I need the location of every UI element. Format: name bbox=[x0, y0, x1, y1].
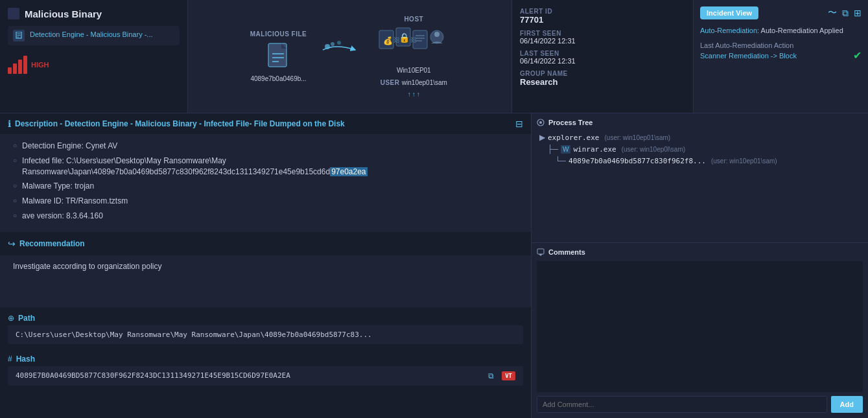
right-panel: Process Tree ▶ explorer.exe (user: win10… bbox=[532, 113, 868, 418]
viz-panel: MALICIOUS FILE 4089e7b0a0469b... bbox=[188, 0, 511, 113]
process-tree: ▶ explorer.exe (user: win10ep01\sam) ├─ … bbox=[537, 132, 863, 167]
process-section: Process Tree ▶ explorer.exe (user: win10… bbox=[532, 113, 868, 243]
alert-id-row: ALERT ID 77701 bbox=[520, 8, 685, 25]
vt-badge[interactable]: VT bbox=[502, 371, 515, 380]
add-comment-button[interactable]: Add bbox=[831, 396, 863, 413]
path-section: ⊕ Path C:\Users\user\Desktop\May Ransomw… bbox=[0, 308, 531, 349]
svg-point-26 bbox=[539, 121, 542, 124]
viz-nodes: MALICIOUS FILE 4089e7b0a0469b... bbox=[250, 16, 450, 98]
arrow-2: ↑ bbox=[412, 91, 416, 98]
connector-group bbox=[320, 40, 365, 60]
arrow-icon: ↪ bbox=[8, 238, 16, 249]
svg-marker-28 bbox=[539, 254, 543, 256]
user-name: win10ep01\sam bbox=[402, 79, 447, 86]
severity-label: HIGH bbox=[31, 61, 49, 69]
arrow-svg bbox=[320, 40, 365, 60]
info-icon: ℹ bbox=[8, 119, 11, 129]
alert-id-value: 77701 bbox=[520, 15, 685, 25]
host-name: Win10EP01 bbox=[397, 67, 431, 74]
description-title: Description - Detection Engine - Malicio… bbox=[15, 119, 345, 128]
recommendation-title: Recommendation bbox=[19, 239, 85, 248]
path-value: C:\Users\user\Desktop\May Ransomware\May… bbox=[16, 331, 372, 339]
host-files: 💰 🔒 ⛓ ⛓ bbox=[378, 25, 449, 64]
process-item-1: ├─ W winrar.exe (user: win10ep0l\sam) bbox=[547, 143, 863, 155]
bullet-4: ○ bbox=[13, 212, 17, 219]
sub-item-label: Detection Engine - Malicious Binary -... bbox=[30, 30, 153, 40]
copy-icon[interactable]: ⧉ bbox=[842, 8, 849, 19]
sub-item[interactable]: Detection Engine - Malicious Binary -... bbox=[8, 26, 180, 45]
group-name-value: Research bbox=[520, 77, 685, 87]
description-header: ℹ Description - Detection Engine - Malic… bbox=[0, 113, 531, 134]
svg-rect-0 bbox=[16, 32, 21, 38]
process-user-1: (user: win10ep0l\sam) bbox=[622, 146, 685, 153]
grid-icon[interactable]: ⊞ bbox=[854, 8, 862, 18]
main-content: ℹ Description - Detection Engine - Malic… bbox=[0, 113, 868, 418]
svg-point-11 bbox=[331, 42, 334, 46]
arrow-3: ↑ bbox=[417, 91, 420, 98]
malicious-file-hash: 4089e7b0a0469b... bbox=[250, 75, 306, 82]
severity-graphic bbox=[8, 56, 27, 74]
comment-input[interactable] bbox=[537, 396, 827, 413]
title-row: Malicious Binary bbox=[8, 8, 180, 19]
incident-header: Incident View 〜 ⧉ ⊞ bbox=[700, 6, 862, 19]
svg-rect-27 bbox=[537, 249, 544, 254]
svg-text:⛓: ⛓ bbox=[393, 36, 400, 43]
svg-point-10 bbox=[325, 44, 330, 49]
hash-actions: ⧉ VT bbox=[483, 371, 515, 380]
process-tree-icon bbox=[537, 119, 545, 126]
svg-text:🔒: 🔒 bbox=[399, 32, 410, 43]
malicious-file-node: MALICIOUS FILE 4089e7b0a0469b... bbox=[250, 30, 307, 82]
hash-value-box: 4089E7B0A0469BD5877C830F962F8243DC131134… bbox=[8, 366, 523, 386]
first-seen-value: 06/14/2022 12:31 bbox=[520, 37, 685, 45]
process-title: Process Tree bbox=[548, 119, 593, 126]
rec-text: Investigate according to organization po… bbox=[13, 262, 161, 271]
auto-rem-label: Auto-Remediation: Auto-Remediation Appli… bbox=[700, 27, 843, 34]
process-user-2: (user: win10ep01\sam) bbox=[711, 157, 777, 165]
description-box: ○ Detection Engine: Cynet AV ○ Infected … bbox=[0, 134, 531, 232]
hash-label: Hash bbox=[16, 354, 35, 364]
malicious-file-label: MALICIOUS FILE bbox=[250, 30, 307, 38]
folder-icon-0: ▶ bbox=[539, 133, 545, 142]
hash-icon: # bbox=[8, 354, 12, 364]
waveform-icon[interactable]: 〜 bbox=[828, 7, 837, 19]
group-name-label: GROUP NAME bbox=[520, 70, 685, 77]
incident-panel: Incident View 〜 ⧉ ⊞ Auto-Remediation: Au… bbox=[693, 0, 868, 113]
process-name-2: 4089e7b0a0469bd5877c830f962f8... bbox=[569, 157, 706, 165]
incident-view-button[interactable]: Incident View bbox=[700, 6, 758, 19]
desc-item-2: ○ Malware Type: trojan bbox=[13, 181, 518, 192]
host-label: HOST bbox=[404, 16, 423, 23]
svg-text:💰: 💰 bbox=[383, 36, 393, 45]
copy-hash-icon[interactable]: ⧉ bbox=[488, 371, 494, 380]
last-seen-label: LAST SEEN bbox=[520, 50, 685, 57]
bullet-2: ○ bbox=[13, 182, 17, 189]
arrows-row: ↑ ↑ ↑ bbox=[408, 91, 420, 98]
comments-input-row[interactable]: Add bbox=[537, 396, 863, 413]
bar-seg-3 bbox=[18, 60, 22, 74]
details-panel: ℹ Description - Detection Engine - Malic… bbox=[0, 113, 532, 418]
recommendation-header: ↪ Recommendation bbox=[0, 233, 531, 254]
process-header: Process Tree bbox=[537, 119, 863, 126]
first-seen-row: FIRST SEEN 06/14/2022 12:31 bbox=[520, 30, 685, 45]
title-square-icon bbox=[8, 8, 19, 19]
bullet-0: ○ bbox=[13, 142, 17, 149]
host-icon-svg: 💰 🔒 ⛓ ⛓ bbox=[378, 25, 449, 64]
last-action-item: Last Auto-Remediation Action Scanner Rem… bbox=[700, 41, 862, 62]
process-item-0: ▶ explorer.exe (user: win10ep01\sam) bbox=[539, 132, 863, 143]
path-label: Path bbox=[18, 314, 35, 323]
desc-item-4: ○ ave version: 8.3.64.160 bbox=[13, 211, 518, 222]
file-icon bbox=[264, 40, 293, 73]
hash-value: 4089E7B0A0469BD5877C830F962F8243DC131134… bbox=[16, 371, 290, 380]
incident-icons: 〜 ⧉ ⊞ bbox=[828, 7, 862, 19]
last-action-label: Last Auto-Remediation Action bbox=[700, 41, 862, 49]
severity-bar: HIGH bbox=[8, 56, 180, 74]
hash-section: # Hash 4089E7B0A0469BD5877C830F962F8243D… bbox=[0, 349, 531, 391]
host-cluster: HOST 💰 🔒 bbox=[378, 16, 449, 98]
comments-icon bbox=[537, 248, 545, 256]
path-icon: ⊕ bbox=[8, 314, 14, 323]
path-value-box: C:\Users\user\Desktop\May Ransomware\May… bbox=[8, 325, 523, 344]
process-user-0: (user: win10ep01\sam) bbox=[604, 134, 670, 141]
expand-icon[interactable]: ⊟ bbox=[515, 119, 523, 129]
bar-seg-1 bbox=[8, 67, 12, 74]
user-label: USER bbox=[381, 79, 400, 86]
svg-point-12 bbox=[337, 41, 341, 45]
